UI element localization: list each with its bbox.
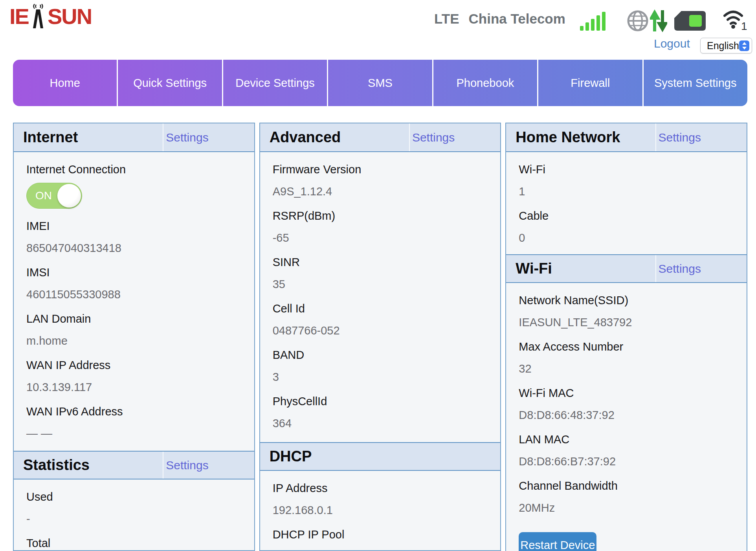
field-row: IP Address 192.168.0.1 (260, 481, 501, 517)
pool-end: 192.168.0.200 (387, 549, 460, 551)
field-value: 0 (506, 231, 747, 245)
statistics-settings-link[interactable]: Settings (163, 452, 254, 479)
carrier-name: China Telecom (469, 11, 565, 26)
statistics-title: Statistics (14, 457, 90, 474)
internet-settings-link[interactable]: Settings (163, 123, 254, 151)
field-value: D8:D8:66:B7:37:92 (506, 454, 747, 468)
field-value: -65 (260, 231, 501, 245)
field-row: Max Access Number 32 (506, 340, 747, 376)
network-type: LTE (434, 11, 459, 26)
field-value: 364 (260, 416, 501, 430)
advanced-settings-link[interactable]: Settings (409, 123, 500, 151)
home-network-body: Wi-Fi 1 Cable 0 (506, 162, 747, 254)
sim-card-icon (673, 10, 706, 33)
field-label: DHCP IP Pool (260, 527, 501, 542)
field-label: LAN MAC (506, 432, 747, 446)
home-network-settings-link[interactable]: Settings (655, 123, 747, 151)
dashboard: Internet Settings Internet Connection ON… (13, 123, 747, 551)
tab-device-settings[interactable]: Device Settings (223, 60, 328, 106)
wifi-header: Wi-Fi Settings (506, 254, 747, 283)
tab-phonebook[interactable]: Phonebook (433, 60, 538, 106)
tab-quick-settings[interactable]: Quick Settings (118, 60, 223, 106)
statistics-body: Used - Total - (14, 490, 254, 551)
field-row: LAN Domain m.home (14, 312, 254, 348)
field-label: Firmware Version (260, 162, 501, 176)
tab-system-settings[interactable]: System Settings (644, 60, 747, 106)
field-row: Total - (14, 536, 254, 551)
field-row: IMSI 460115055330988 (14, 265, 254, 301)
field-label: SINR (260, 255, 501, 269)
toggle-on-label: ON (35, 189, 52, 202)
field-value: m.home (14, 334, 254, 348)
top-bar: IE SUN LTEChina Telecom (0, 0, 756, 60)
field-value: 192.168.0.1 (260, 503, 501, 517)
wifi-title: Wi-Fi (506, 260, 552, 277)
antenna-tower-icon (29, 4, 47, 29)
field-row: Channel Bandwidth 20MHz (506, 479, 747, 515)
home-network-header: Home Network Settings (506, 123, 747, 152)
logo-text-right: SUN (48, 4, 92, 29)
internet-title: Internet (14, 129, 78, 146)
field-value: IEASUN_LTE_483792 (506, 315, 747, 329)
field-row: Wi-Fi MAC D8:D8:66:48:37:92 (506, 386, 747, 422)
language-selected-value: English (707, 40, 739, 51)
globe-icon (626, 9, 649, 32)
field-row: SINR 35 (260, 255, 501, 291)
field-label: Cell Id (260, 301, 501, 316)
field-row: Network Name(SSID) IEASUN_LTE_483792 (506, 293, 747, 329)
advanced-header: Advanced Settings (260, 123, 501, 152)
field-row: LAN MAC D8:D8:66:B7:37:92 (506, 432, 747, 468)
field-value: 35 (260, 277, 501, 291)
tab-sms[interactable]: SMS (328, 60, 433, 106)
select-stepper-icon (739, 40, 749, 51)
field-label: Wi-Fi (506, 162, 747, 176)
wifi-settings-link[interactable]: Settings (655, 255, 747, 282)
field-label: IMEI (14, 219, 254, 233)
tab-home[interactable]: Home (13, 60, 118, 106)
field-value: — — (14, 426, 254, 441)
pool-start: 192.168.0.100 (273, 549, 345, 551)
field-row: BAND 3 (260, 348, 501, 384)
field-row: Firmware Version A9S_1.12.4 (260, 162, 501, 198)
field-value: 20MHz (506, 501, 747, 515)
internet-connection-toggle[interactable]: ON (26, 183, 82, 209)
field-value: 460115055330988 (14, 287, 254, 301)
field-label: Max Access Number (506, 340, 747, 354)
field-row: Wi-Fi 1 (506, 162, 747, 198)
column-network: Home Network Settings Wi-Fi 1 Cable 0 Wi… (505, 123, 747, 551)
field-value: 865047040313418 (14, 241, 254, 255)
tab-firewall[interactable]: Firewall (538, 60, 643, 106)
field-label: WAN IP Address (14, 358, 254, 372)
field-row: PhysCellId 364 (260, 394, 501, 430)
internet-connection-label: Internet Connection (14, 162, 254, 176)
field-label: Network Name(SSID) (506, 293, 747, 307)
field-row: Cable 0 (506, 209, 747, 245)
field-value: 0487766-052 (260, 323, 501, 338)
column-internet: Internet Settings Internet Connection ON… (13, 123, 255, 551)
field-value: 10.3.139.117 (14, 380, 254, 394)
field-label: IMSI (14, 265, 254, 279)
dhcp-header: DHCP (260, 442, 501, 471)
field-label: PhysCellId (260, 394, 501, 408)
dhcp-pool-row: DHCP IP Pool 192.168.0.100 - 192.168.0.2… (260, 527, 501, 551)
language-select[interactable]: English (700, 38, 752, 53)
home-network-card: Home Network Settings Wi-Fi 1 Cable 0 Wi… (505, 123, 747, 551)
main-nav: Home Quick Settings Device Settings SMS … (13, 60, 747, 106)
dhcp-pool-range: 192.168.0.100 - 192.168.0.200 (260, 549, 501, 551)
dhcp-body: IP Address 192.168.0.1 DHCP IP Pool 192.… (260, 481, 501, 551)
field-row: IMEI 865047040313418 (14, 219, 254, 255)
signal-strength-icon (580, 11, 608, 31)
advanced-body: Firmware Version A9S_1.12.4 RSRP(dBm) -6… (260, 162, 501, 430)
field-value: - (14, 512, 254, 526)
field-value: 1 (506, 184, 747, 198)
field-label: Total (14, 536, 254, 550)
field-label: WAN IPv6 Address (14, 404, 254, 419)
logout-link[interactable]: Logout (654, 37, 690, 50)
field-row: WAN IPv6 Address — — (14, 404, 254, 441)
field-row: RSRP(dBm) -65 (260, 209, 501, 245)
field-value: D8:D8:66:48:37:92 (506, 408, 747, 422)
field-label: Channel Bandwidth (506, 479, 747, 493)
field-row: Used - (14, 490, 254, 526)
home-network-title: Home Network (506, 129, 620, 146)
restart-device-button[interactable]: Restart Device (519, 532, 596, 551)
